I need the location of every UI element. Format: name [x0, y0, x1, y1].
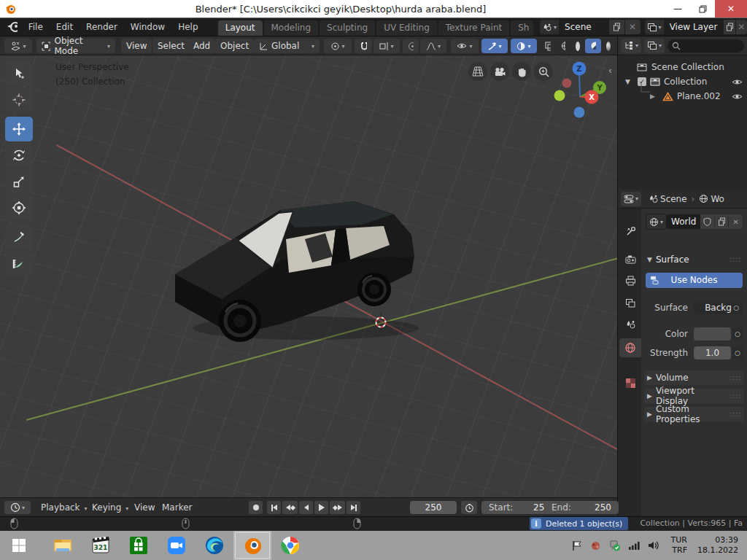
tab-view-layer[interactable] — [619, 293, 641, 312]
drag-dots[interactable]: :::: — [729, 374, 741, 381]
jump-to-start-button[interactable] — [267, 501, 281, 514]
volume-icon[interactable] — [648, 540, 660, 551]
action-center-flag-icon[interactable] — [571, 540, 583, 551]
annotate-tool-button[interactable] — [5, 225, 33, 249]
taskbar-blender[interactable] — [233, 531, 271, 560]
scene-unlink-button[interactable]: ✕ — [624, 20, 640, 34]
view-layer-copy-button[interactable] — [723, 20, 735, 34]
shading-solid-button[interactable] — [570, 39, 585, 53]
shading-material-button[interactable] — [585, 39, 601, 53]
tab-texture[interactable] — [619, 373, 641, 392]
camera-view-button[interactable] — [490, 62, 509, 81]
viewport-display-section-header[interactable]: ▶ Viewport Display :::: — [644, 389, 744, 403]
outliner-editor-type-button[interactable]: ▾ — [621, 39, 641, 53]
timeline-menu-keying[interactable]: Keying ▾ — [92, 502, 128, 513]
start-button[interactable] — [0, 531, 38, 560]
view-layer-name[interactable]: View Layer — [664, 20, 724, 34]
tab-render[interactable] — [619, 249, 641, 268]
timeline-menu-view[interactable]: View — [134, 502, 155, 513]
timeline-editor-type-button[interactable]: ▾ — [4, 501, 31, 514]
outliner-search-input[interactable] — [667, 39, 744, 52]
menu-view[interactable]: View — [121, 39, 152, 53]
workspace-tab-shading[interactable]: Sh — [511, 20, 533, 36]
view-layer-remove-button[interactable]: ✕ — [735, 20, 747, 34]
viewport-3d[interactable]: User Perspective (250) Collection — [0, 55, 617, 497]
taskbar-zoom[interactable] — [158, 531, 196, 560]
menu-edit[interactable]: Edit — [50, 18, 80, 36]
timeline-menu-marker[interactable]: Marker — [162, 502, 192, 513]
navigation-gizmo[interactable]: Z Y X — [541, 60, 617, 127]
cursor-tool-button[interactable] — [5, 88, 33, 112]
status-report-badge[interactable]: i Deleted 1 object(s) — [530, 517, 628, 530]
taskbar-microsoft-store[interactable] — [120, 531, 158, 560]
pivot-point-dropdown[interactable]: ▾ — [324, 39, 352, 53]
menu-render[interactable]: Render — [80, 18, 124, 36]
color-swatch[interactable] — [694, 327, 731, 341]
workspace-tab-modeling[interactable]: Modeling — [264, 20, 319, 36]
workspace-tab-layout[interactable]: Layout — [218, 20, 263, 36]
outliner-row-scene-collection[interactable]: Scene Collection — [618, 60, 747, 74]
tweak-tool-button[interactable] — [5, 61, 33, 86]
taskbar-file-explorer[interactable] — [44, 531, 82, 560]
keyboard-indicator[interactable]: TRF — [671, 545, 687, 556]
mode-dropdown[interactable]: Object Mode ▾ — [36, 39, 115, 53]
view-layer-browse-button[interactable]: ▾ — [645, 20, 664, 34]
next-keyframe-button[interactable] — [330, 501, 345, 514]
scene-browse-button[interactable]: ▾ — [540, 20, 559, 34]
current-frame-input[interactable]: 250 — [410, 501, 457, 514]
world-copy-button[interactable] — [715, 214, 729, 229]
proportional-editing-toggle[interactable] — [403, 39, 419, 53]
strength-input[interactable]: 1.0 — [694, 346, 731, 359]
prev-keyframe-button[interactable] — [282, 501, 298, 514]
menu-file[interactable]: File — [22, 18, 50, 36]
taskbar-chrome[interactable] — [271, 531, 309, 560]
shading-wireframe-button[interactable] — [556, 39, 570, 53]
workspace-tab-sculpting[interactable]: Sculpting — [320, 20, 375, 36]
taskbar-edge[interactable] — [196, 531, 233, 560]
object-visibility-dropdown[interactable]: ▾ — [451, 39, 479, 53]
world-browse-button[interactable]: ▾ — [646, 214, 667, 230]
tab-world[interactable] — [619, 338, 641, 357]
drag-dots[interactable]: :::: — [729, 256, 741, 263]
language-indicator[interactable]: TUR — [671, 535, 687, 545]
taskbar-clock[interactable]: TUR 03:39 TRF 18.1.2022 — [671, 535, 738, 556]
shading-rendered-button[interactable] — [601, 39, 616, 53]
world-name-field[interactable]: World — [667, 214, 700, 229]
snap-settings-dropdown[interactable]: ▾ — [374, 39, 400, 53]
editor-type-button[interactable]: ▾ — [4, 39, 32, 53]
tab-scene[interactable] — [619, 315, 641, 334]
strength-socket-button[interactable]: ○ — [732, 346, 743, 359]
eye-visibility-icon[interactable] — [732, 93, 743, 101]
menu-select[interactable]: Select — [152, 39, 190, 53]
custom-properties-section-header[interactable]: ▶ Custom Properties :::: — [644, 407, 744, 421]
fake-user-button[interactable] — [700, 214, 714, 229]
record-button[interactable] — [249, 501, 263, 514]
drag-dots[interactable]: :::: — [729, 392, 741, 400]
pan-view-button[interactable] — [512, 62, 531, 81]
properties-editor-type-button[interactable]: ▾ — [621, 192, 641, 206]
surface-section-header[interactable]: ▼ Surface :::: — [644, 252, 744, 267]
rotate-tool-button[interactable] — [5, 143, 33, 168]
tray-app-icon[interactable] — [590, 540, 601, 551]
toggle-ortho-button[interactable] — [468, 62, 487, 81]
menu-window[interactable]: Window — [124, 18, 171, 36]
move-tool-button[interactable] — [5, 117, 33, 141]
transform-tool-button[interactable] — [5, 195, 33, 220]
play-button[interactable] — [314, 501, 328, 514]
use-nodes-button[interactable]: Use Nodes — [646, 273, 743, 288]
safely-remove-hardware-icon[interactable] — [608, 540, 621, 551]
outliner-filter-button[interactable]: ▾ — [644, 39, 665, 53]
expand-arrow-icon[interactable]: ▼ — [625, 78, 630, 85]
menu-add[interactable]: Add — [188, 39, 215, 53]
close-button[interactable]: ✕ — [715, 0, 747, 18]
transform-orientation-dropdown[interactable]: Global ▾ — [254, 39, 320, 53]
maximize-button[interactable] — [690, 0, 715, 18]
tab-output[interactable] — [619, 271, 641, 290]
show-overlays-toggle[interactable]: ▾ — [511, 39, 537, 53]
use-preview-range-button[interactable] — [461, 501, 477, 514]
scene-name[interactable]: Scene — [559, 20, 608, 34]
taskbar-media-player-classic[interactable]: 321 — [82, 531, 120, 560]
show-gizmos-toggle[interactable]: ▾ — [481, 39, 508, 53]
proportional-falloff-dropdown[interactable]: ▾ — [420, 39, 446, 53]
scene-copy-button[interactable] — [608, 20, 624, 34]
